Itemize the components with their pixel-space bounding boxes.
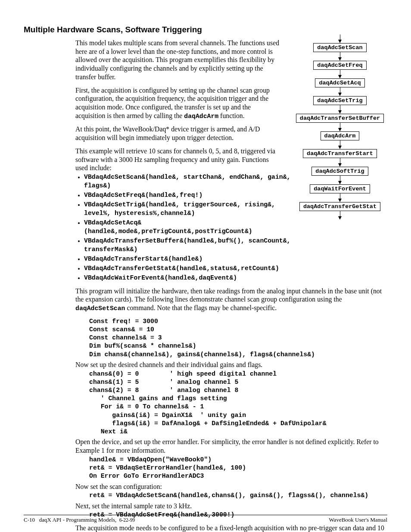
function-item: VBdaqAdcTransferStart&(handle&) <box>84 255 387 264</box>
paragraph-init: This program will initialize the hardwar… <box>75 287 387 313</box>
code-open: handle& = VBdaqOpen("WaveBook0") ret& = … <box>89 456 387 481</box>
paragraph-channels: Now set up the desired channels and thei… <box>75 361 387 369</box>
flow-arrow <box>338 123 342 131</box>
paragraph-armed: At this point, the WaveBook/Daq* device … <box>75 125 282 142</box>
flow-arrow <box>338 140 342 149</box>
code-scan: ret& = VBdaqAdcSetScan&(handle&,chans&()… <box>89 492 387 500</box>
paragraph-open: Open the device, and set up the error ha… <box>75 438 387 454</box>
page-footer: C-10 daqX API - Programming Models, 6-22… <box>24 515 387 523</box>
flow-step: daqAdcSetTrig <box>313 96 366 105</box>
flow-step: daqWaitForEvent <box>310 184 370 193</box>
page-number: C-10 <box>24 516 35 523</box>
footer-right: WaveBook User's Manual <box>329 516 387 523</box>
text: command. Note that the flags may be chan… <box>125 304 277 311</box>
paragraph-scan: Now set the scan configuration: <box>75 482 387 491</box>
flow-arrow <box>338 87 342 96</box>
flowchart: daqAdcSetScan daqAdcSetFreq daqAdcSetAcq… <box>292 34 388 220</box>
function-item: VBdaqAdcTransferGetStat&(handle&,status&… <box>84 264 387 273</box>
flow-arrow <box>338 176 342 184</box>
footer-date: 6-22-99 <box>119 517 135 523</box>
flow-arrow <box>338 70 342 78</box>
function-item: VBdaqAdcSetAcq&(handle&,mode&,preTrigCou… <box>84 219 387 236</box>
flow-arrow <box>338 158 342 167</box>
paragraph-example: This example will retrieve 10 scans for … <box>75 147 282 172</box>
flow-arrow <box>338 34 342 43</box>
paragraph-config: First, the acquisition is configured by … <box>75 86 282 121</box>
flow-arrow <box>338 105 342 114</box>
flow-step: daqAdcArm <box>321 131 360 140</box>
flow-step: daqAdcSetScan <box>313 43 366 52</box>
text: The acquisition mode needs to be configu… <box>75 524 384 532</box>
flow-step: daqAdcSetAcq <box>315 78 364 87</box>
flow-step: daqAdcTransferStart <box>303 149 377 158</box>
flow-step: daqAdcTransferSetBuffer <box>296 114 384 123</box>
paragraph-rate: Next, set the internal sample rate to 3 … <box>75 502 387 510</box>
flow-step: daqAdcSetFreq <box>313 61 366 70</box>
flow-step: daqAdcSoftTrig <box>311 167 368 176</box>
flow-arrow <box>338 52 342 61</box>
flow-step: daqAdcTransferGetStat <box>299 202 380 211</box>
footer-left: C-10 daqX API - Programming Models, 6-22… <box>24 516 135 523</box>
text: function. <box>218 112 245 119</box>
section-heading: Multiple Hardware Scans, Software Trigge… <box>24 25 387 34</box>
flow-arrow <box>338 211 342 220</box>
code-constants: Const freq! = 3000 Const scans& = 10 Con… <box>89 317 387 359</box>
function-item: VBdaqAdcTransferSetBuffer&(handle&,buf%(… <box>84 237 387 254</box>
inline-code: daqAdcSetScan <box>75 305 125 312</box>
paragraph-intro: This model takes multiple scans from sev… <box>75 39 282 81</box>
footer-title: daqX API - Programming Models, <box>39 516 116 523</box>
flow-arrow <box>338 193 342 202</box>
text: This program will initialize the hardwar… <box>75 287 382 303</box>
function-item: VBdaqAdcWaitForEvent&(handle&,daqEvent&) <box>84 274 387 283</box>
inline-code: daqAdcArm <box>184 113 218 120</box>
code-channels: chans&(0) = 0 ' high speed digital chann… <box>89 370 387 436</box>
paragraph-mode: The acquisition mode needs to be configu… <box>75 524 387 532</box>
